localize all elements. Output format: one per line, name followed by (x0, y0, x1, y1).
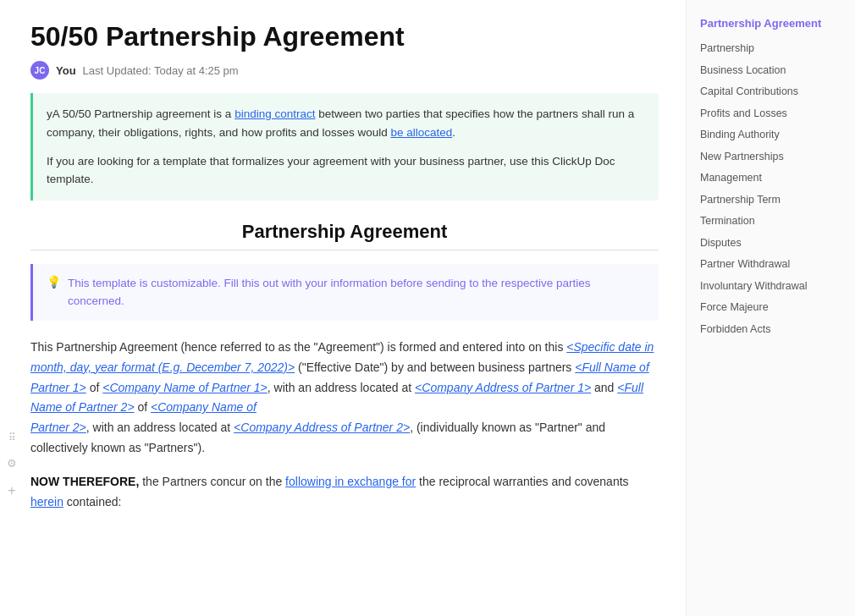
be-allocated-link[interactable]: be allocated (390, 126, 452, 139)
toc-item[interactable]: Profits and Losses (693, 103, 845, 125)
toc-item[interactable]: Capital Contributions (693, 81, 845, 103)
toc-title: Partnership Agreement (693, 17, 845, 30)
avatar: JC (30, 61, 49, 80)
body-paragraph-2: NOW THEREFORE, the Partners concur on th… (30, 472, 659, 513)
drag-icon[interactable]: ⠿ (8, 432, 16, 443)
left-toolbar: ⠿ ⚙ + (0, 0, 24, 616)
toc-item[interactable]: New Partnerships (693, 146, 845, 168)
right-sidebar-toc: Partnership Agreement Partnership Busine… (686, 0, 855, 616)
now-therefore-bold: NOW THEREFORE, (30, 475, 139, 488)
toc-item[interactable]: Business Location (693, 60, 845, 82)
section-heading: Partnership Agreement (30, 221, 659, 243)
toc-item[interactable]: Termination (693, 211, 845, 233)
toc-item[interactable]: Disputes (693, 233, 845, 255)
toc-item[interactable]: Management (693, 168, 845, 190)
toc-item[interactable]: Partnership (693, 38, 845, 60)
herein-link[interactable]: herein (30, 495, 63, 509)
info-box: yA 50/50 Partnership agreement is a bind… (30, 93, 659, 200)
last-updated-label: Last Updated: Today at 4:25 pm (83, 64, 239, 77)
callout-icon: 💡 (47, 275, 61, 289)
address1-link[interactable]: <Company Address of Partner 1> (415, 381, 591, 394)
binding-contract-link[interactable]: binding contract (234, 107, 315, 120)
toc-item[interactable]: Partnership Term (693, 190, 845, 212)
toc-item[interactable]: Force Majeure (693, 297, 845, 319)
toc-item[interactable]: Partner Withdrawal (693, 254, 845, 276)
main-content: 50/50 Partnership Agreement JC You Last … (24, 0, 686, 616)
toc-item[interactable]: Involuntary Withdrawal (693, 276, 845, 298)
callout-box: 💡 This template is customizable. Fill th… (30, 264, 659, 321)
section-divider (30, 250, 659, 250)
following-link[interactable]: following in exchange for (285, 475, 416, 488)
page-title: 50/50 Partnership Agreement (30, 20, 659, 52)
address2-link[interactable]: <Company Address of Partner 2> (234, 421, 410, 434)
add-icon[interactable]: + (8, 483, 15, 498)
info-paragraph-2: If you are looking for a template that f… (47, 152, 645, 189)
info-paragraph-1: yA 50/50 Partnership agreement is a bind… (47, 105, 645, 141)
body-paragraph-1: This Partnership Agreement (hence referr… (30, 338, 659, 459)
meta-row: JC You Last Updated: Today at 4:25 pm (30, 61, 659, 80)
author-label: You (56, 64, 76, 77)
company1-name-link[interactable]: <Company Name of Partner 1> (102, 381, 268, 394)
callout-text: This template is customizable. Fill this… (68, 274, 645, 311)
toc-item[interactable]: Forbidden Acts (693, 319, 845, 341)
toc-item[interactable]: Binding Authority (693, 124, 845, 146)
settings-icon[interactable]: ⚙ (7, 457, 17, 470)
